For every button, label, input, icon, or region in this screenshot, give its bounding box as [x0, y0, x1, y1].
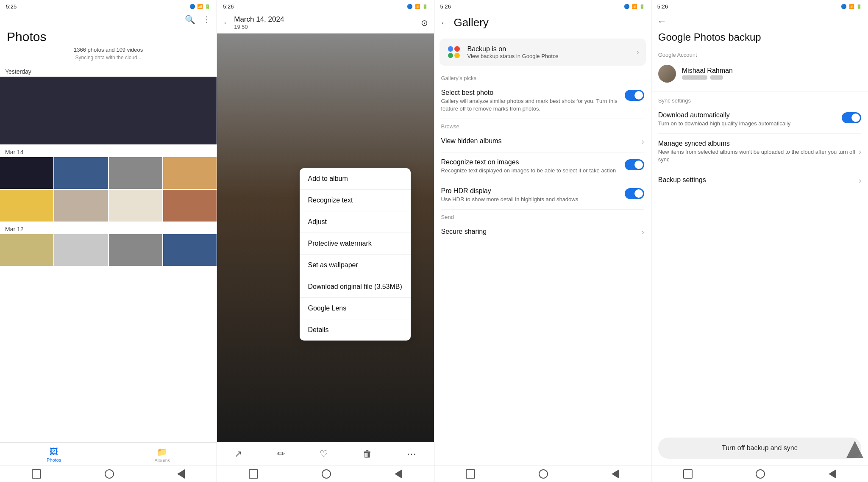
download-auto-row[interactable]: Download automatically Turn on to downlo…: [651, 105, 868, 133]
select-best-toggle[interactable]: [625, 90, 644, 101]
pro-hdr-group: Pro HDR display Use HDR to show more det…: [441, 187, 625, 203]
photo-cell[interactable]: [54, 157, 108, 189]
brand-watermark: [845, 440, 865, 461]
backup-card[interactable]: Backup is on View backup status in Googl…: [440, 39, 646, 66]
back-button[interactable]: [829, 469, 836, 479]
account-name: Mishaal Rahman: [682, 67, 733, 75]
status-bar-2: 5:26 🔵 📶 🔋: [217, 0, 434, 12]
download-auto-toggle[interactable]: [842, 112, 861, 123]
back-icon[interactable]: ←: [440, 17, 450, 28]
nav-photos[interactable]: 🖼 Photos: [40, 446, 68, 464]
svg-marker-0: [846, 440, 864, 458]
photo-cell[interactable]: [163, 190, 217, 222]
photo-cell[interactable]: [109, 157, 162, 189]
menu-icon[interactable]: ⊙: [421, 18, 428, 28]
time-2: 5:26: [223, 3, 234, 10]
back-button[interactable]: [612, 469, 619, 479]
home-button[interactable]: [249, 469, 258, 479]
backup-top-bar: ←: [651, 12, 868, 31]
photo-cell[interactable]: [54, 190, 108, 222]
photo-viewer-screen: 5:26 🔵 📶 🔋 ← March 14, 2024 19:50 ⊙ Add …: [217, 0, 434, 482]
back-button[interactable]: [395, 469, 402, 479]
account-row[interactable]: Mishaal Rahman: [651, 60, 868, 88]
menu-adjust[interactable]: Adjust: [300, 211, 411, 233]
recents-button[interactable]: [756, 469, 765, 479]
viewer-top-bar: ← March 14, 2024 19:50 ⊙: [217, 12, 434, 33]
photo-cell[interactable]: [54, 234, 108, 266]
bottom-nav: 🖼 Photos 📁 Albums: [0, 442, 217, 465]
menu-details[interactable]: Details: [300, 319, 411, 341]
photo-time: 19:50: [234, 24, 284, 30]
backup-screen-title: Google Photos backup: [651, 31, 868, 48]
more-icon[interactable]: ⋯: [403, 447, 420, 461]
status-icons-4: 🔵 📶 🔋: [841, 4, 862, 9]
menu-add-to-album[interactable]: Add to album: [300, 168, 411, 190]
gallery-top-bar: ← Gallery: [434, 12, 651, 33]
backup-settings-title: Backup settings: [658, 176, 859, 184]
photo-cell[interactable]: [109, 234, 162, 266]
secure-sharing-title: Secure sharing: [441, 228, 642, 235]
select-best-desc: Gallery will analyze similar photos and …: [441, 97, 625, 113]
photo-cell[interactable]: [0, 77, 217, 144]
photo-row-mar14-2: [0, 190, 217, 222]
back-icon[interactable]: ←: [223, 19, 230, 27]
picks-section-label: Gallery's picks: [434, 71, 651, 83]
manage-synced-row[interactable]: Manage synced albums New items from sele…: [651, 134, 868, 169]
menu-protective-watermark[interactable]: Protective watermark: [300, 233, 411, 255]
page-title: Photos: [0, 27, 217, 46]
recognize-text-toggle[interactable]: [625, 159, 644, 170]
view-hidden-title: View hidden albums: [441, 137, 642, 145]
time-1: 5:25: [6, 3, 17, 10]
photo-cell[interactable]: [0, 234, 53, 266]
menu-recognize-text[interactable]: Recognize text: [300, 190, 411, 211]
photo-cell[interactable]: [0, 157, 53, 189]
system-nav-3: [434, 465, 651, 482]
main-photo[interactable]: Add to album Recognize text Adjust Prote…: [217, 33, 434, 442]
recognize-text-desc: Recognize text displayed on images to be…: [441, 167, 625, 175]
home-button[interactable]: [32, 469, 41, 479]
google-photos-icon: [446, 44, 462, 60]
photo-cell[interactable]: [163, 234, 217, 266]
sync-status: Syncing data with the cloud...: [0, 54, 217, 65]
select-best-title: Select best photo: [441, 89, 625, 97]
photo-cell[interactable]: [163, 157, 217, 189]
browse-section-label: Browse: [434, 119, 651, 131]
home-button[interactable]: [683, 469, 693, 479]
photo-date: March 14, 2024: [234, 15, 284, 24]
search-icon[interactable]: 🔍: [185, 14, 195, 25]
turn-off-backup-button[interactable]: Turn off backup and sync: [658, 438, 861, 459]
backup-settings-row[interactable]: Backup settings ›: [651, 170, 868, 191]
recents-button[interactable]: [105, 469, 114, 479]
recents-button[interactable]: [322, 469, 331, 479]
google-photos-backup-screen: 5:26 🔵 📶 🔋 ← Google Photos backup Google…: [651, 0, 868, 482]
share-icon[interactable]: ↗: [230, 447, 246, 461]
photo-cell[interactable]: [109, 190, 162, 222]
favorite-icon[interactable]: ♡: [315, 447, 332, 461]
nav-albums[interactable]: 📁 Albums: [147, 446, 177, 464]
status-icons-2: 🔵 📶 🔋: [407, 4, 428, 9]
pro-hdr-row[interactable]: Pro HDR display Use HDR to show more det…: [434, 181, 651, 209]
home-button[interactable]: [466, 469, 475, 479]
view-hidden-row[interactable]: View hidden albums ›: [434, 131, 651, 152]
photos-count: 1366 photos and 109 videos: [0, 46, 217, 54]
select-best-row[interactable]: Select best photo Gallery will analyze s…: [434, 83, 651, 119]
photo-cell[interactable]: [0, 190, 53, 222]
back-button[interactable]: [177, 469, 185, 479]
recognize-text-row[interactable]: Recognize text on images Recognize text …: [434, 152, 651, 180]
pro-hdr-title: Pro HDR display: [441, 187, 625, 195]
secure-sharing-row[interactable]: Secure sharing ›: [434, 222, 651, 243]
edit-icon[interactable]: ✏: [273, 447, 289, 461]
backup-status-sub: View backup status in Google Photos: [467, 53, 637, 59]
delete-icon[interactable]: 🗑: [359, 447, 376, 461]
recents-button[interactable]: [539, 469, 548, 479]
status-icons-1: 🔵 📶 🔋: [189, 4, 211, 9]
menu-download-original[interactable]: Download original file (3.53MB): [300, 276, 411, 298]
pro-hdr-toggle[interactable]: [625, 188, 644, 199]
menu-google-lens[interactable]: Google Lens: [300, 298, 411, 319]
more-options-icon[interactable]: ⋮: [202, 14, 211, 25]
top-bar-1: 🔍 ⋮: [0, 12, 217, 27]
viewer-bottom-toolbar: ↗ ✏ ♡ 🗑 ⋯: [217, 442, 434, 465]
menu-set-wallpaper[interactable]: Set as wallpaper: [300, 255, 411, 276]
account-email: [682, 75, 733, 81]
back-icon[interactable]: ←: [657, 16, 667, 27]
